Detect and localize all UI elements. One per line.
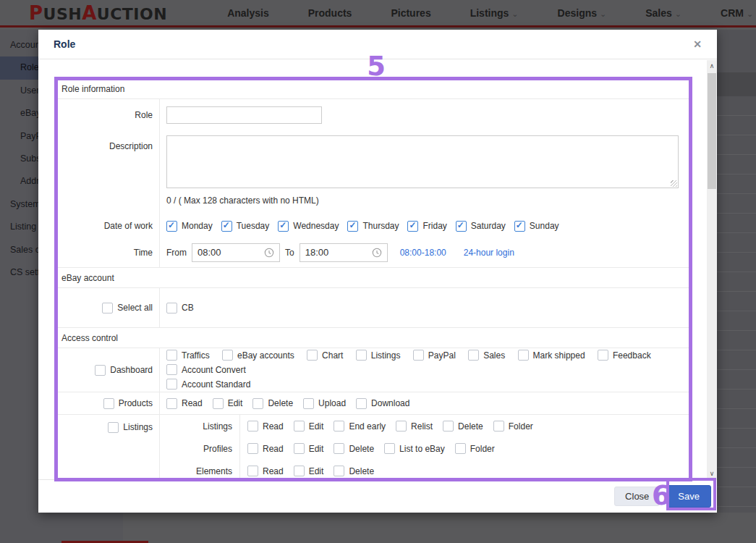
day-checkbox-item[interactable]: Tuesday [221,221,270,232]
nav-item-listings[interactable]: Listings⌄ [451,7,538,19]
permission-checkbox-item[interactable]: PayPal [413,350,456,361]
checkbox-icon[interactable] [108,422,119,433]
time-from-input[interactable] [198,247,248,258]
permission-checkbox-item[interactable]: Chart [307,350,343,361]
checkbox-icon[interactable] [455,443,466,454]
nav-item-analysis[interactable]: Analysis [208,7,289,19]
permission-checkbox-item[interactable]: Folder [493,421,533,432]
checkbox-icon[interactable] [166,398,177,409]
time-to-input[interactable] [305,247,356,258]
checkbox-icon[interactable] [213,398,224,409]
day-checkbox-item[interactable]: Thursday [347,221,399,232]
save-button[interactable]: Save [666,485,711,508]
checkbox-icon[interactable] [103,398,114,409]
ebay-account-checkbox-item[interactable]: CB [166,303,194,313]
permission-checkbox-item[interactable]: Upload [303,398,346,409]
checkbox-icon[interactable] [303,398,314,409]
permission-checkbox-item[interactable]: Delete [334,466,374,476]
checkbox-icon[interactable] [384,443,395,454]
pushauction-logo[interactable]: PUSHAUCTION [29,2,167,24]
scrollbar-thumb[interactable] [708,73,716,189]
permission-checkbox-item[interactable]: Edit [294,421,324,432]
checkbox-icon[interactable] [413,350,424,361]
permission-checkbox-item[interactable]: Delete [443,421,483,432]
products-checkbox-item[interactable]: Products [54,392,160,414]
checkbox-icon[interactable] [294,443,305,454]
permission-checkbox-item[interactable]: Mark shipped [518,350,585,361]
permission-checkbox-item[interactable]: eBay accounts [222,350,294,361]
checkbox-icon[interactable] [247,421,258,432]
day-checkbox-item[interactable]: Saturday [456,221,506,232]
permission-checkbox-item[interactable]: Feedback [598,350,651,361]
24-hour-login-link[interactable]: 24-hour login [464,248,514,258]
permission-checkbox-item[interactable]: Sales [468,350,505,361]
listings-checkbox-item[interactable]: Listings [54,415,160,479]
checkbox-icon[interactable] [247,466,258,476]
checkbox-checked-icon[interactable] [166,221,177,232]
permission-checkbox-item[interactable]: Edit [213,398,243,409]
permission-checkbox-item[interactable]: Read [247,466,284,476]
checkbox-icon[interactable] [356,398,367,409]
permission-checkbox-item[interactable]: Read [247,443,284,454]
checkbox-icon[interactable] [443,421,454,432]
clock-icon[interactable] [372,248,382,258]
day-checkbox-item[interactable]: Sunday [514,221,559,232]
day-checkbox-item[interactable]: Wednesday [278,221,339,232]
clock-icon[interactable] [264,248,274,258]
permission-checkbox-item[interactable]: Delete [252,398,293,409]
checkbox-icon[interactable] [102,303,113,313]
preset-time-link[interactable]: 08:00-18:00 [400,248,446,258]
nav-item-designs[interactable]: Designs⌄ [538,7,627,19]
nav-item-sales[interactable]: Sales⌄ [626,7,701,19]
permission-checkbox-item[interactable]: Edit [294,443,324,454]
checkbox-icon[interactable] [493,421,504,432]
checkbox-icon[interactable] [468,350,479,361]
permission-checkbox-item[interactable]: End early [334,421,386,432]
close-icon[interactable]: ✕ [693,38,702,50]
checkbox-icon[interactable] [166,379,177,390]
permission-checkbox-item[interactable]: Listings [356,350,401,361]
checkbox-icon[interactable] [598,350,608,361]
checkbox-checked-icon[interactable] [407,221,418,232]
checkbox-icon[interactable] [396,421,407,432]
checkbox-icon[interactable] [356,350,367,361]
description-textarea[interactable] [166,135,679,188]
permission-checkbox-item[interactable]: Download [356,398,409,409]
checkbox-icon[interactable] [334,421,344,432]
checkbox-icon[interactable] [294,421,305,432]
scroll-up-icon[interactable]: ∧ [707,60,717,72]
permission-checkbox-item[interactable]: Folder [455,443,495,454]
checkbox-icon[interactable] [252,398,263,409]
checkbox-icon[interactable] [166,303,177,313]
close-button[interactable]: Close [614,487,660,506]
permission-checkbox-item[interactable]: Read [247,421,284,432]
checkbox-icon[interactable] [518,350,529,361]
checkbox-icon[interactable] [334,443,344,454]
checkbox-icon[interactable] [294,466,305,476]
checkbox-icon[interactable] [166,364,177,375]
checkbox-checked-icon[interactable] [514,221,525,232]
role-name-input[interactable] [166,106,322,124]
dashboard-checkbox-item[interactable]: Dashboard [54,348,160,392]
checkbox-icon[interactable] [166,350,177,361]
checkbox-icon[interactable] [307,350,318,361]
permission-checkbox-item[interactable]: Relist [396,421,433,432]
permission-checkbox-item[interactable]: Read [166,398,203,409]
permission-checkbox-item[interactable]: Delete [334,443,374,454]
permission-checkbox-item[interactable]: Account Convert [166,364,246,375]
day-checkbox-item[interactable]: Friday [407,221,446,232]
day-checkbox-item[interactable]: Monday [166,221,213,232]
checkbox-icon[interactable] [222,350,233,361]
checkbox-checked-icon[interactable] [278,221,289,232]
modal-scrollbar[interactable]: ∧ ∨ [707,60,717,479]
checkbox-checked-icon[interactable] [347,221,358,232]
checkbox-icon[interactable] [334,466,344,476]
nav-item-crm[interactable]: CRM⌄ [701,7,756,19]
permission-checkbox-item[interactable]: Edit [294,466,324,476]
checkbox-checked-icon[interactable] [456,221,467,232]
permission-checkbox-item[interactable]: List to eBay [384,443,445,454]
nav-item-pictures[interactable]: Pictures [371,7,450,19]
checkbox-checked-icon[interactable] [221,221,232,232]
nav-item-products[interactable]: Products [289,7,372,19]
checkbox-icon[interactable] [95,365,106,376]
